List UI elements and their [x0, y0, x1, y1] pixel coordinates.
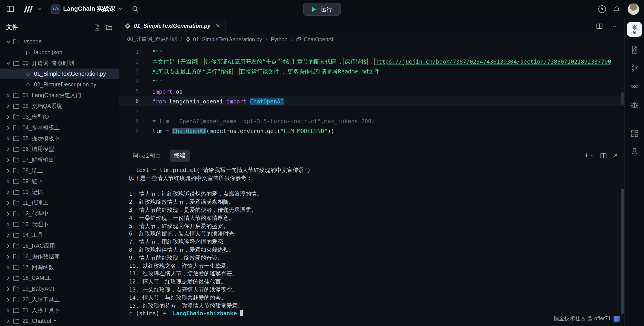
split-editor-button[interactable] [596, 22, 603, 29]
tree-item-folder[interactable]: 16_操作数据库 [0, 251, 119, 262]
beaker-icon[interactable] [629, 146, 640, 157]
terminal-line: 2. 红玫瑰绽放情人节，爱意满满永相随。 [129, 198, 624, 206]
sidebar-toggle-button[interactable] [6, 5, 14, 13]
code-area[interactable]: 1"""2本文件是【开篇词｜带你亲证AI应用开发的“奇点”时刻】章节的配套代码，… [119, 45, 624, 147]
folder-icon [12, 276, 20, 281]
terminal-line: 1. 情人节，让红玫瑰诉说炽热的爱，点燃浪漫的情。 [129, 190, 624, 198]
extensions-icon[interactable] [629, 128, 640, 139]
code-line[interactable]: 6from langchain_openai import ChatOpenAI [119, 96, 624, 106]
breadcrumb-item[interactable]: ChatOpenAI [296, 36, 333, 42]
notifications-button[interactable] [613, 6, 620, 13]
new-terminal-button[interactable]: + [584, 152, 594, 159]
terminal[interactable]: text = llm.predict("请给我写一句情人节红玫瑰的中文宣传语")… [119, 164, 624, 318]
chevron-right-icon [5, 190, 11, 194]
tree-item-folder[interactable]: 12_代理中 [0, 208, 119, 219]
breadcrumb-separator: / [180, 36, 182, 42]
folder-icon [12, 211, 20, 216]
code-line[interactable]: 1""" [119, 47, 624, 57]
breadcrumb-item[interactable]: 01_SimpleTextGeneration.py [186, 36, 262, 42]
tree-item-folder[interactable]: 08_链上 [0, 165, 119, 176]
tree-item-folder[interactable]: 05_提示模板下 [0, 133, 119, 144]
chevron-right-icon [5, 222, 11, 226]
terminal-line: 7. 情人节，用红玫瑰诠释永恒的爱恋。 [129, 238, 624, 246]
tree-item-label: 00_开篇词_奇点时刻 [22, 59, 74, 67]
terminal-scrollbar[interactable] [621, 188, 624, 314]
app-logo-button[interactable] [23, 5, 42, 13]
tree-item-label: 10_记忆 [22, 188, 43, 196]
file-search-icon[interactable] [629, 44, 640, 55]
tree-item-folder[interactable]: 00_开篇词_奇点时刻 [0, 58, 119, 68]
code-line[interactable]: 5import os [119, 86, 624, 96]
tree-item-folder[interactable]: 10_记忆 [0, 187, 119, 198]
tree-item-folder[interactable]: 09_链下 [0, 176, 119, 187]
code-line[interactable]: 7 [119, 106, 624, 116]
topbar: </> LangChain 实战课 运行 ? [0, 0, 644, 18]
python-icon [186, 36, 191, 42]
ai-assistant-button[interactable]: AI [627, 22, 642, 37]
tree-item-folder[interactable]: 20_人脉工具上 [0, 294, 119, 305]
tree-item-folder[interactable]: 13_代理下 [0, 219, 119, 230]
chevron-right-icon [5, 126, 11, 130]
tree-item-file[interactable]: 02_PictureDescription.py [0, 79, 119, 90]
tree-item-folder[interactable]: 17_回调函数 [0, 262, 119, 273]
tree-item-label: 01_SimpleTextGeneration.py [34, 71, 106, 77]
eye-icon[interactable] [629, 81, 640, 92]
tree-item-label: 01_LangChain快速入门 [22, 92, 81, 99]
code-line[interactable]: 8# llm = OpenAI(model_name="gpt-3.5-turb… [119, 116, 624, 126]
app-logo-icon [23, 5, 35, 13]
search-button[interactable] [132, 5, 138, 12]
tree-item-folder[interactable]: .vscode [0, 36, 119, 47]
activity-rail: AI [624, 18, 644, 326]
tree-item-folder[interactable]: 03_模型IO [0, 112, 119, 122]
tree-item-folder[interactable]: 11_代理上 [0, 198, 119, 208]
folder-icon [12, 254, 20, 259]
breadcrumb-item[interactable]: Python [271, 36, 288, 42]
code-lines: 1"""2本文件是【开篇词｜带你亲证AI应用开发的“奇点”时刻】章节的配套代码，… [119, 47, 624, 136]
watermark-icon [614, 316, 620, 322]
editor-tab[interactable]: 01_SimpleTextGeneration.py ✕ [119, 18, 226, 34]
project-switcher[interactable]: </> LangChain 实战课 [51, 4, 122, 14]
chevron-right-icon [5, 93, 11, 98]
tree-item-folder[interactable]: 19_BabyAGI [0, 284, 119, 294]
tree-item-folder[interactable]: 18_CAMEL [0, 273, 119, 284]
chevron-right-icon [5, 201, 11, 205]
more-actions-button[interactable]: ⋯ [610, 22, 617, 30]
breadcrumb-item[interactable]: 00_开篇词_奇点时刻 [127, 36, 177, 43]
panel-tab[interactable]: 终端 [170, 149, 190, 162]
close-panel-button[interactable]: ✕ [614, 152, 618, 158]
folder-icon [12, 168, 20, 173]
tree-item-folder[interactable]: 07_解析输出 [0, 154, 119, 165]
editor-scrollbar[interactable] [621, 92, 624, 105]
bug-icon[interactable] [629, 100, 640, 110]
tree-item-folder[interactable]: 22_Chatbot上 [0, 316, 119, 326]
terminal-line [129, 182, 624, 190]
terminal-line: 12. 情人节，红玫瑰是爱的最佳代言。 [129, 278, 624, 286]
tree-item-folder[interactable]: 06_调用模型 [0, 144, 119, 154]
tab-close-button[interactable]: ✕ [216, 23, 220, 29]
folder-icon [12, 190, 20, 195]
code-line[interactable]: 3您可以点击最上方的“运行”按钮，直接运行该文件，更多操作指引请参考Readme… [119, 67, 624, 76]
tree-item-folder[interactable]: 15_RAG应用 [0, 240, 119, 251]
run-button[interactable]: 运行 [303, 3, 341, 16]
code-line[interactable]: 9llm = ChatOpenAI(model=os.environ.get("… [119, 126, 624, 136]
tree-item-folder[interactable]: 14_工具 [0, 230, 119, 240]
git-branch-icon[interactable] [629, 63, 640, 74]
code-line[interactable]: 4""" [119, 76, 624, 86]
new-file-button[interactable] [94, 24, 100, 31]
panel-tab[interactable]: 调试控制台 [128, 149, 165, 162]
tree-item-file[interactable]: {}launch.json [0, 47, 119, 58]
split-panel-button[interactable] [600, 152, 607, 159]
tree-item-folder[interactable]: 01_LangChain快速入门 [0, 90, 119, 101]
new-folder-button[interactable] [106, 24, 112, 31]
line-number: 6 [119, 98, 139, 104]
tree-item-folder[interactable]: 21_人脉工具下 [0, 305, 119, 316]
terminal-prompt[interactable]: ○ (shims) ➜ LangChain-shizhanke [129, 310, 624, 318]
tree-item-file[interactable]: 01_SimpleTextGeneration.py [0, 68, 119, 79]
code-line[interactable]: 2本文件是【开篇词｜带你亲证AI应用开发的“奇点”时刻】章节的配套代码，课程链接… [119, 57, 624, 67]
rail-icons [629, 37, 640, 157]
user-avatar[interactable] [628, 3, 640, 15]
tree-item-folder[interactable]: 04_提示模板上 [0, 122, 119, 133]
tree-item-folder[interactable]: 02_文档QA系统 [0, 101, 119, 112]
folder-icon [12, 286, 20, 292]
help-button[interactable]: ? [598, 5, 606, 13]
